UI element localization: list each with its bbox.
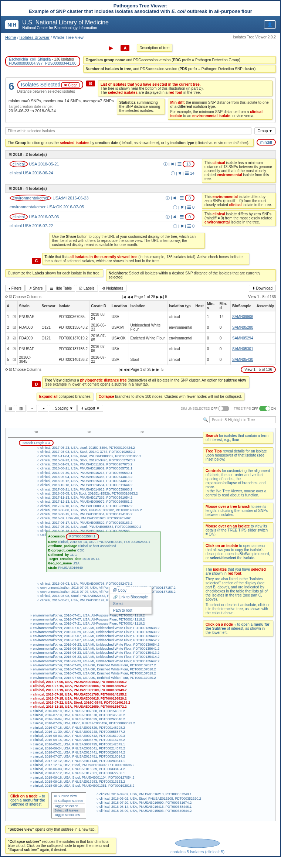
tree-leaf[interactable]: ○ clinical, 2017-03-03, USA, Stool, 2014… [37, 450, 196, 454]
tree-leaf[interactable]: ○ clinical, 2016-07-15, USA, PNUSAE00108… [30, 684, 189, 688]
table-row[interactable]: 5☑2016C-3845PDT000140136.22016-07-22USAS… [6, 354, 276, 365]
tree-leaf[interactable]: ○ clinical, 2018-09-18, USA, Stool, PNUS… [30, 776, 189, 780]
align-button[interactable]: ↔ [27, 405, 37, 412]
tree-leaf[interactable]: ○ clinical, 2017-12-14, USA, Stool, PNUS… [30, 763, 189, 767]
pager-prev[interactable]: ◀◀ [127, 295, 133, 299]
group-button[interactable]: Group ▼ [254, 127, 276, 134]
tree-leaf[interactable]: ○ environmental/other, 2016-06-23, USA M… [30, 643, 189, 647]
tree-leaf[interactable]: ○ clinical, 2016-07, USA WV, PNUSAE00107… [37, 516, 196, 520]
tree-leaf[interactable]: ○ clinical, 2018-05-19, USA, Stool: PNUS… [30, 784, 189, 788]
tree-leaf[interactable]: ○ environmental/other, 2016-07-05, USA O… [30, 663, 189, 667]
choose-columns-button[interactable]: Choose Columns [13, 295, 41, 299]
tree-leaf[interactable]: ○ clinical, 2016-08-03, USA, PNUSAE00284… [30, 734, 189, 738]
menu-path-root[interactable]: Path to root [109, 607, 152, 614]
table-row[interactable]: 1☑PNUSAEPDT000367035.2018-08-24USAclinic… [6, 311, 276, 322]
tree-leaf[interactable]: ○ environmental/other, 2016-07-07, USA M… [30, 638, 189, 642]
tree-leaf[interactable]: ○ clinical, 2017-11-13, USA, PNUSAE01726… [37, 496, 196, 500]
tree-leaf[interactable]: ○ clinical, 2017-06-17, USA, PNUSAE00582… [37, 521, 196, 525]
year-2016-header[interactable]: ⊟ 2016 - 4 Isolate(s) [5, 184, 276, 193]
menu-copy[interactable]: 🗐 Copy [109, 587, 152, 594]
tips-switch[interactable] [259, 406, 270, 411]
tree-leaf[interactable]: ○ environmental/other, 2016-07-07, USA M… [30, 626, 189, 630]
tree-leaf[interactable]: ○ clinical, 2016-07-30, USA, PNUSAE01621… [37, 471, 196, 475]
tree-leaf[interactable]: ○ clinical, 2016-11-30, USA, PNUSAB00124… [30, 730, 189, 734]
tree-leaf[interactable]: ○ clinical, 2016-07-19, USA, PNUSAE00157… [30, 713, 189, 717]
tree-leaf[interactable]: ○ clinical, 2018-03-05, USA Stool, 2016E… [37, 492, 196, 496]
tree-leaf[interactable]: ○ clinical, 2018-08-21, USA, PNUSAE01890… [37, 467, 196, 471]
tree-leaf[interactable]: ○ clinical, 2018-09-18, USA, PNUSAE01398… [30, 780, 189, 784]
tree-leaf[interactable]: ○ clinical, 2018-06-03, USA, PNUSAE01603… [30, 767, 189, 771]
subtree-menu[interactable]: ⧉ Subtree view ⊟ Collapse subtree Toggle… [51, 792, 86, 819]
collapse-button[interactable]: ▥ [16, 405, 26, 412]
tree-search-input[interactable] [209, 416, 276, 423]
tree-leaf[interactable]: ○ clinical, 2016-10-04, USA, PNUSAE00402… [30, 717, 189, 721]
tree-leaf[interactable]: ○ clinical, 2016-08-03, USA, PNUSAE00079… [37, 582, 196, 586]
tree-leaf[interactable]: ○ clinical, 2016-07-19, USA, PNUSAE00110… [30, 688, 189, 692]
pager-last[interactable]: ▶| [160, 295, 164, 299]
list-item[interactable]: clinical USA 2018-06-24ⓘ | ✖ | ☰ 14 [5, 169, 199, 178]
tree-leaf[interactable]: ○ environmental/other, 2016-07-05, USA O… [30, 667, 189, 671]
list-item[interactable]: clinical USA 2016-07-06ⓘ | ✖ | ☰ 0 [5, 212, 199, 222]
list-item[interactable]: environmental/other USA:MI 2016-06-23ⓘ |… [5, 193, 199, 203]
breadcrumb-isolates[interactable]: Isolates Browser [20, 35, 50, 40]
tree-leaf[interactable]: ○ environmental/other, 2016-07-21, USA, … [30, 622, 189, 626]
tree-leaf[interactable]: ○ clinical, 2018-08-15, USA, PNUSAE00105… [37, 512, 196, 516]
breadcrumb-home[interactable]: Home [5, 35, 16, 40]
tree-leaf[interactable]: ○ environmental/other, 2016-06-23, USA M… [30, 655, 189, 659]
tree-leaf[interactable]: ○ clinical, 2018-07-21, USA, PNUSAE01344… [30, 751, 189, 755]
tree-leaf[interactable]: ○ clinical, 2016-07-15, USA, PNUSAE00061… [30, 697, 189, 701]
tree-leaf[interactable]: ○ clinical, 2014-11-04, USA, stool, PNUS… [37, 454, 196, 458]
tree-leaf[interactable]: ○ clinical, 2016-11-18, USA, PNUSAE00265… [30, 705, 189, 709]
neighbors-button[interactable]: ⚙ Neighbors [99, 285, 126, 292]
menu-subtree-view[interactable]: ⧉ Subtree view [53, 794, 85, 799]
tree-leaf[interactable]: ○ clinical, 2015-02-23, USA, Stool, 2012… [37, 458, 196, 462]
dim-switch[interactable] [218, 406, 229, 411]
tree-leaf[interactable]: ○ clinical, 2016-08-14, USA, PNUSAE01641… [97, 805, 273, 809]
menu-select[interactable]: Select [109, 601, 152, 607]
menu-select-all-leaves[interactable]: Select all leaves [53, 808, 85, 813]
expand-button[interactable]: ▤ [5, 405, 15, 412]
tree-leaf[interactable]: ○ clinical, 2016-07-06, USA, PNUSAE00103… [30, 680, 189, 684]
sort-button[interactable]: ↕▾ [38, 405, 48, 412]
tree-leaf[interactable]: ○ clinical, 2016-03-02, USA, Stool, PNUS… [97, 797, 273, 801]
spacing-button[interactable]: ↕ Spacing ▼ [49, 405, 77, 412]
tree-leaf[interactable]: ○ clinical, 2018-03-09, USA, PNUSAE01560… [97, 809, 273, 813]
tree-leaf[interactable]: ○ environmental/other, 2016-07-07, USA, … [30, 618, 189, 622]
tree-leaf[interactable]: ○ clinical, 2018-07-20, USA, PNUSAE01609… [97, 801, 273, 805]
table-row[interactable]: 4☑PNUSAEPDT000137156.22016-07-06USAclini… [6, 344, 276, 354]
tree-leaf[interactable]: ○ clinical, 2018-10-18, USA, PNUSAE01356… [37, 483, 196, 487]
table-row[interactable]: 3☑FDA000O121PDT000137019.22016-07-05USA:… [6, 333, 276, 344]
tree-leaf[interactable]: ○ clinical, 2017-05-23, USA, stool, 2015… [37, 446, 196, 450]
tree-leaf[interactable]: ○ clinical, 2016-09-15, USA, PNUSAB00537… [30, 738, 189, 742]
isolate-context-menu[interactable]: 🗐 Copy 🔗 Link to Biosample Select Path t… [109, 587, 152, 614]
menu-collapse-subtree[interactable]: ⊟ Collapse subtree [53, 799, 85, 803]
tree-leaf[interactable]: ○ environmental/other, 2016-07-07, USA M… [30, 634, 189, 638]
tree-leaf[interactable]: ○ clinical, 2018-07-12, USA, PNUSAE01760… [30, 771, 189, 775]
tree-leaf[interactable]: ○ clinical, 2018-05-12, USA, PNUSAE01531… [37, 479, 196, 483]
tree-leaf[interactable]: ○ environmental/other, 2016-07-05, USA O… [30, 676, 189, 680]
clear-button[interactable]: ✖ Clear [61, 82, 79, 88]
tree-leaf[interactable]: ○ clinical, 2017-05-21, USA, PNUSAE01491… [37, 488, 196, 492]
share-button[interactable]: ↗ Share [26, 285, 46, 292]
download-button[interactable]: ⬇ Download [249, 285, 276, 292]
list-item[interactable]: environmental/other USA:OK 2016-07-05ⓘ |… [5, 203, 199, 212]
filter-input[interactable] [5, 127, 251, 134]
filters-button[interactable]: ▾ Filters [5, 285, 25, 292]
tree-leaf[interactable]: ○ clinical, 2016-07-18, USA, PNUSAE00182… [30, 726, 189, 730]
tree-leaf[interactable]: ○ environmental/other, 2016-06-23, USA M… [30, 659, 189, 663]
tree-leaf[interactable]: ○ environmental/other, 2016-06-29, USA M… [30, 630, 189, 634]
year-2018-header[interactable]: ⊟ 2018 - 2 Isolate(s) [5, 150, 276, 159]
tree-leaf[interactable]: ○ clinical, 2016-06-24, USA, PNUSAE00104… [30, 746, 189, 751]
menu-toggle-selection[interactable]: Toggle selection [53, 804, 85, 808]
list-item[interactable]: clinical USA 2018-05-21ⓘ | ✖ | ☰ 13 [5, 159, 199, 169]
tree-leaf[interactable]: ○ environmental/other, 2016-06-23, USA M… [30, 651, 189, 655]
tree-leaf[interactable]: ○ clinical, 2016-09-07, USA, PNUSAE01621… [97, 792, 273, 796]
export-button[interactable]: ⬇ Export ▼ [77, 405, 103, 412]
tree-leaf[interactable]: ○ clinical, 2016-07-18, USA, PNUSAE00179… [30, 693, 189, 697]
table-row[interactable]: 2☑FDA000O121PDT000135643.22016-06-23USA:… [6, 322, 276, 333]
tree-view[interactable]: 10 20 30 Search for isolates that contai… [5, 428, 276, 821]
menu-link-biosample[interactable]: 🔗 Link to Biosample [109, 594, 152, 601]
tree-leaf[interactable]: ○ clinical, 2018-07-26, USA, blood, PNUS… [30, 721, 189, 725]
tree-leaf[interactable]: ○ clinical, 2016-09-19, USA, PNUSAE00238… [30, 709, 189, 713]
tree-leaf[interactable]: ○ clinical, 2017-05-20, USA, stool, PNUS… [37, 525, 196, 529]
